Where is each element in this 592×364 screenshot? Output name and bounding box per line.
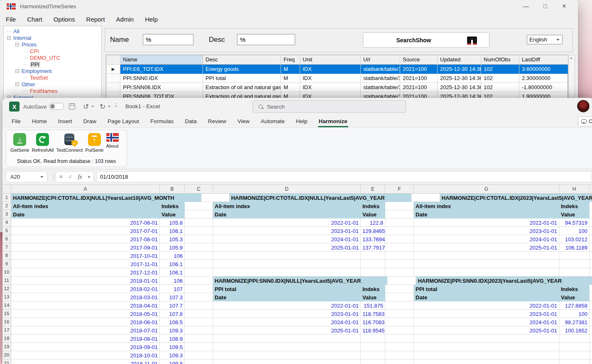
cell-B15[interactable]: 107.8 xyxy=(160,310,185,318)
grid-cell[interactable]: 2025-12-30 14:36 xyxy=(438,65,481,74)
cell-H2[interactable]: Indeks xyxy=(559,202,590,210)
cell-G10[interactable] xyxy=(414,268,559,277)
grid-column-header-name[interactable]: Name xyxy=(120,55,203,65)
insert-function-icon[interactable]: fx xyxy=(78,174,82,180)
column-header-f[interactable]: F xyxy=(385,185,414,194)
row-header-8[interactable]: 8 xyxy=(2,252,11,260)
cell-C21[interactable] xyxy=(185,359,213,364)
cell-A13[interactable]: 2018-03-01 xyxy=(11,293,160,301)
cell-B3[interactable]: Value xyxy=(160,210,185,218)
cell-D21[interactable] xyxy=(213,359,361,364)
cell-C8[interactable] xyxy=(185,252,213,260)
cell-B8[interactable]: 106 xyxy=(160,252,185,260)
excel-search-box[interactable]: Search xyxy=(252,100,406,113)
grid-cell[interactable]: Extraction of oil and natural gas xyxy=(203,83,281,92)
cell-filler[interactable] xyxy=(590,293,592,301)
cell-G2[interactable]: All-item index xyxy=(414,202,559,210)
grid-cell[interactable]: statbank/table/1... xyxy=(361,74,400,83)
search-show-button[interactable]: SearchShow xyxy=(363,32,489,48)
cell-filler[interactable] xyxy=(590,210,592,218)
collapse-box-icon[interactable]: − xyxy=(15,69,19,73)
tab-help[interactable]: Help xyxy=(296,115,308,127)
grid-cell[interactable]: 102 xyxy=(481,74,519,83)
cell-G20[interactable] xyxy=(414,351,559,359)
cell-filler[interactable] xyxy=(590,343,592,351)
undo-button[interactable]: ↺ xyxy=(83,102,89,111)
cell-A14[interactable]: 2018-04-01 xyxy=(11,301,160,310)
tree-item-internal[interactable]: −Internal xyxy=(4,34,101,41)
cell-C15[interactable] xyxy=(185,310,213,318)
cell-filler[interactable] xyxy=(590,260,592,268)
grid-cell[interactable]: M xyxy=(281,74,300,83)
grid-row[interactable]: PPI:SNN06.IDXExtraction of oil and natur… xyxy=(106,83,568,92)
cell-H19[interactable] xyxy=(559,343,590,351)
grid-column-header-source[interactable]: Source xyxy=(400,55,438,65)
cell-G14[interactable]: 2022-01-01 xyxy=(414,301,559,310)
cell-F3[interactable] xyxy=(385,210,414,218)
column-header-e[interactable]: E xyxy=(361,185,385,194)
tab-file[interactable]: File xyxy=(12,115,21,127)
cell-E3[interactable]: Value xyxy=(361,210,385,218)
grid-column-header-updated[interactable]: Updated xyxy=(438,55,481,65)
quick-access-more-icon[interactable]: ⌄̄ xyxy=(114,103,117,108)
cell-B2[interactable]: Indeks xyxy=(160,202,185,210)
row-header-14[interactable]: 14 xyxy=(2,301,11,310)
cell-G5[interactable]: 2023-01-01 xyxy=(414,227,559,235)
cell-F19[interactable] xyxy=(385,343,414,351)
grid-row[interactable]: PPI:SNN0.IDXPPI totalMIDXstatbank/table/… xyxy=(106,74,568,83)
enter-icon[interactable]: ✓ xyxy=(68,174,73,180)
cell-F12[interactable] xyxy=(385,285,414,293)
tree-item-demo-utc[interactable]: DEMO_UTC xyxy=(4,54,101,61)
cell-C12[interactable] xyxy=(185,285,213,293)
cell-C5[interactable] xyxy=(185,227,213,235)
cell-H3[interactable]: Value xyxy=(559,210,590,218)
cell-H17[interactable]: 100.1652 xyxy=(559,326,590,335)
row-selector[interactable] xyxy=(106,74,120,83)
cell-E18[interactable] xyxy=(361,335,385,343)
cell-A11[interactable]: 2018-01-01 xyxy=(11,277,160,285)
cell-filler[interactable] xyxy=(590,218,592,227)
grid-cell[interactable]: IDX xyxy=(300,83,361,92)
row-header-11[interactable]: 11 xyxy=(2,277,11,285)
cell-filler[interactable] xyxy=(590,235,592,243)
row-header-16[interactable]: 16 xyxy=(2,318,11,326)
cell-H18[interactable] xyxy=(559,335,590,343)
cell-A8[interactable]: 2017-10-01 xyxy=(11,252,160,260)
undo-chevron-icon[interactable] xyxy=(91,106,94,108)
cell-filler[interactable] xyxy=(590,359,592,364)
grid-column-header-numofobs[interactable]: NumOfObs xyxy=(481,55,519,65)
cell-D18[interactable] xyxy=(213,335,361,343)
tree-item-testset[interactable]: TestSet xyxy=(4,74,101,81)
putserie-button[interactable]: ↑PutSerie xyxy=(85,133,103,153)
tab-automate[interactable]: Automate xyxy=(261,115,285,127)
cell-B9[interactable]: 106.1 xyxy=(160,260,185,268)
cell-G13[interactable]: Date xyxy=(414,293,559,301)
refreshall-button[interactable]: RefreshAll xyxy=(32,133,54,153)
cell-F14[interactable] xyxy=(385,301,414,310)
cell-E9[interactable] xyxy=(361,260,385,268)
cell-C19[interactable] xyxy=(185,343,213,351)
cell-B16[interactable]: 108.5 xyxy=(160,318,185,326)
grid-column-header-unit[interactable]: Unit xyxy=(300,55,361,65)
cell-H5[interactable]: 100 xyxy=(559,227,590,235)
cell-E6[interactable]: 133.7694 xyxy=(361,235,385,243)
cell-F9[interactable] xyxy=(385,260,414,268)
cell-F18[interactable] xyxy=(385,335,414,343)
cell-G16[interactable]: 2024-01-01 xyxy=(414,318,559,326)
maximize-button[interactable]: □ xyxy=(536,0,555,12)
chevron-down-icon[interactable]: ▼ xyxy=(87,175,91,179)
row-header-2[interactable]: 2 xyxy=(2,202,11,210)
cell-H12[interactable]: Indeks xyxy=(559,285,590,293)
language-select[interactable]: English xyxy=(527,35,563,44)
about-button[interactable]: About xyxy=(106,133,119,153)
grid-cell[interactable]: Energy goods xyxy=(203,65,281,74)
tab-harmonize[interactable]: Harmonize xyxy=(319,115,347,127)
cell-B20[interactable]: 109.3 xyxy=(160,351,185,359)
cell-D16[interactable]: 2024-01-01 xyxy=(213,318,361,326)
tree-item-cpi[interactable]: CPI xyxy=(4,48,101,54)
cell-A21[interactable]: 2018-11-01 xyxy=(11,359,160,364)
row-header-6[interactable]: 6 xyxy=(2,235,11,243)
cell-filler[interactable] xyxy=(590,310,592,318)
cell-A20[interactable]: 2018-10-01 xyxy=(11,351,160,359)
grid-column-header-freq[interactable]: Freq xyxy=(281,55,300,65)
